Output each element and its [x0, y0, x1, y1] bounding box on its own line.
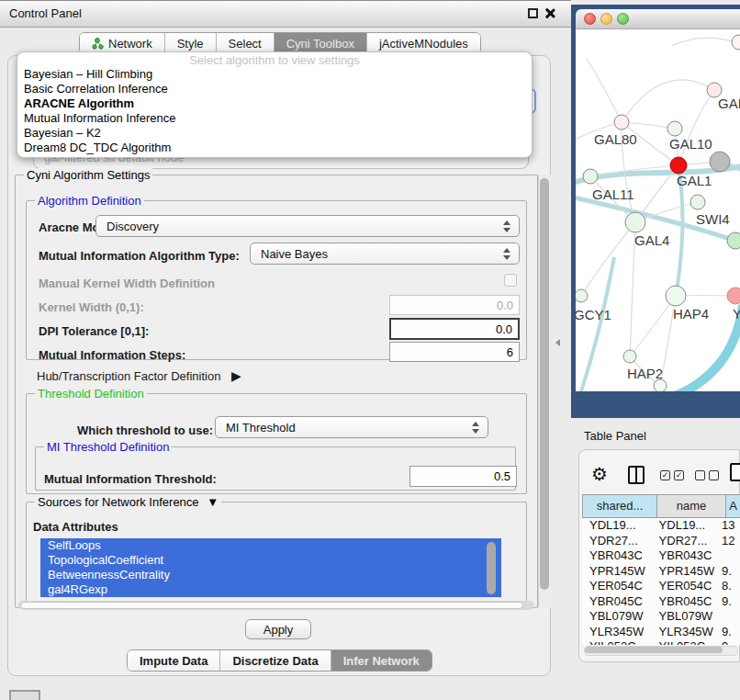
- table-row[interactable]: YBR045CYBR045C9.: [582, 594, 740, 610]
- which-threshold-combo[interactable]: MI Threshold: [215, 416, 488, 438]
- group-title: MI Threshold Definition: [44, 440, 172, 454]
- network-node[interactable]: [666, 286, 686, 306]
- unchecked-box-icon: [709, 470, 719, 480]
- kernel-width-input[interactable]: 0.0: [389, 295, 520, 315]
- network-node-selected[interactable]: [670, 157, 687, 174]
- table-horizontal-scrollbar-thumb[interactable]: [585, 647, 723, 653]
- table-row[interactable]: YPR145WYPR145W9.: [582, 564, 740, 580]
- mi-steps-input[interactable]: 6: [389, 342, 520, 362]
- network-node[interactable]: [576, 289, 588, 302]
- kernel-width-label: Kernel Width (0,1):: [39, 300, 144, 314]
- select-all-checkboxes-icon[interactable]: ✓ ✓: [660, 470, 684, 480]
- list-scrollbar-thumb[interactable]: [487, 542, 496, 594]
- network-window-titlebar[interactable]: [576, 9, 740, 29]
- tab-discretize-data[interactable]: Discretize Data: [220, 650, 331, 671]
- sources-group-toggle[interactable]: Sources for Network Inference ▼: [35, 495, 221, 509]
- mi-threshold-input[interactable]: 0.5: [409, 466, 517, 487]
- tab-style[interactable]: Style: [165, 33, 217, 53]
- table-row[interactable]: YER054CYER054C8.: [582, 579, 740, 594]
- data-attributes-list: SelfLoops TopologicalCoefficient Between…: [40, 538, 501, 597]
- node-label: SWI4: [696, 211, 730, 227]
- table-row[interactable]: YBR043CYBR043C: [582, 548, 740, 564]
- network-graph: GAL GAL80 GAL10 GAL1 GAL11 SWI4 GAL4 GCY…: [576, 29, 740, 391]
- spinner-icon: [503, 247, 510, 261]
- data-attributes-label: Data Attributes: [33, 520, 118, 534]
- network-node[interactable]: [625, 212, 645, 232]
- document-icon[interactable]: [730, 463, 740, 481]
- list-item[interactable]: gal4RGexp: [40, 582, 501, 597]
- dropdown-item[interactable]: Mutual Information Inference: [17, 111, 532, 126]
- node-label: HAP4: [673, 306, 709, 322]
- network-node[interactable]: [583, 169, 598, 184]
- checked-box-icon: ✓: [674, 470, 684, 480]
- tab-infer-network[interactable]: Infer Network: [331, 650, 432, 671]
- node-label: HAP2: [627, 366, 663, 381]
- combo-value: MI Threshold: [226, 421, 296, 435]
- dropdown-item[interactable]: Bayesian – Hill Climbing: [17, 67, 532, 82]
- panel-collapse-icon[interactable]: [555, 339, 560, 346]
- table-row[interactable]: YLR345WYLR345W9.: [582, 625, 740, 640]
- apply-button[interactable]: Apply: [245, 619, 311, 639]
- tab-impute-data[interactable]: Impute Data: [128, 650, 220, 671]
- unchecked-box-icon: [695, 470, 705, 480]
- network-canvas[interactable]: GAL GAL80 GAL10 GAL1 GAL11 SWI4 GAL4 GCY…: [576, 29, 740, 391]
- table-row[interactable]: YBL079WYBL079W: [582, 609, 740, 625]
- list-item[interactable]: SelfLoops: [40, 538, 501, 553]
- table-row[interactable]: YDL19...YDL19...13: [582, 518, 740, 534]
- spinner-icon: [503, 220, 510, 233]
- deselect-all-checkboxes-icon[interactable]: [695, 470, 719, 480]
- network-edge: [622, 80, 714, 122]
- dropdown-item[interactable]: Basic Correlation Inference: [17, 82, 532, 96]
- network-edge: [581, 257, 614, 391]
- column-header-name[interactable]: name: [656, 494, 726, 518]
- node-label: GAL4: [634, 232, 669, 248]
- manual-kernel-checkbox[interactable]: [504, 274, 517, 287]
- list-item[interactable]: BetweennessCentrality: [40, 568, 501, 582]
- network-node[interactable]: [614, 115, 629, 130]
- table-row[interactable]: YDR27...YDR27...12: [582, 534, 740, 549]
- dropdown-placeholder: Select algorithm to view settings: [17, 54, 532, 67]
- network-node[interactable]: [667, 121, 682, 136]
- group-title: Algorithm Definition: [35, 194, 144, 208]
- dpi-tolerance-input[interactable]: 0.0: [389, 318, 520, 340]
- combo-value: Naive Bayes: [261, 247, 328, 261]
- tab-network[interactable]: Network: [80, 33, 165, 53]
- combo-value: Discovery: [107, 220, 159, 233]
- column-header-shared-name[interactable]: shared...: [582, 494, 657, 518]
- dropdown-item[interactable]: Dream8 DC_TDC Algorithm: [17, 141, 532, 155]
- network-node[interactable]: [732, 35, 740, 50]
- network-node[interactable]: [727, 288, 740, 304]
- tab-jactivemnodules[interactable]: jActiveMNodules: [367, 33, 480, 53]
- close-traffic-light-icon[interactable]: [584, 13, 596, 25]
- close-icon[interactable]: [544, 5, 556, 23]
- settings-scrollbar-thumb[interactable]: [540, 178, 549, 590]
- dropdown-item-selected[interactable]: ARACNE Algorithm: [17, 96, 532, 111]
- columns-icon[interactable]: [628, 466, 645, 484]
- chevron-down-icon: ▼: [207, 495, 219, 509]
- network-node[interactable]: [690, 195, 705, 209]
- tab-cyni-toolbox[interactable]: Cyni Toolbox: [275, 33, 367, 53]
- network-node[interactable]: [727, 232, 740, 249]
- table-row[interactable]: YIL053CYIL053C9: [582, 639, 740, 645]
- dropdown-item[interactable]: Bayesian – K2: [17, 126, 532, 141]
- minimized-panel-icon[interactable]: [9, 690, 40, 700]
- gear-icon[interactable]: ⚙: [591, 463, 608, 485]
- zoom-traffic-light-icon[interactable]: [617, 13, 629, 25]
- column-header-clipped[interactable]: A: [725, 494, 740, 518]
- tab-label: Network: [108, 37, 152, 51]
- float-panel-icon[interactable]: [528, 8, 538, 18]
- node-label: GAL10: [669, 136, 712, 152]
- horizontal-scrollbar-thumb[interactable]: [20, 602, 523, 609]
- minimize-traffic-light-icon[interactable]: [600, 13, 612, 25]
- manual-kernel-label: Manual Kernel Width Definition: [39, 277, 215, 290]
- node-label: GAL11: [592, 186, 634, 202]
- aracne-mode-combo[interactable]: Discovery: [95, 215, 520, 237]
- mi-type-combo[interactable]: Naive Bayes: [250, 243, 520, 265]
- spinner-icon: [472, 421, 479, 435]
- network-node[interactable]: [623, 350, 636, 363]
- tab-select[interactable]: Select: [217, 33, 275, 53]
- node-label: GAL1: [677, 173, 712, 188]
- hub-section-toggle[interactable]: Hub/Transcription Factor Definition ▶: [37, 368, 241, 383]
- network-node[interactable]: [710, 152, 730, 172]
- list-item[interactable]: TopologicalCoefficient: [40, 553, 501, 568]
